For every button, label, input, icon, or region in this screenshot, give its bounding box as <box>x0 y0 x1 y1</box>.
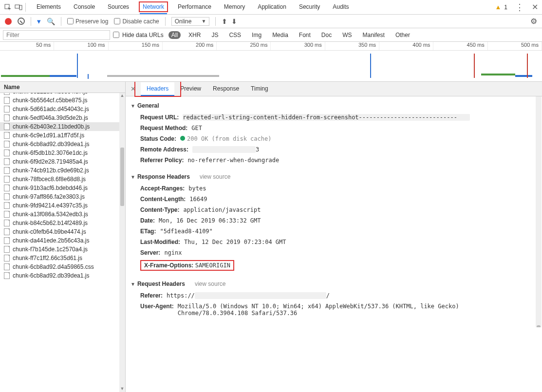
device-toggle-icon[interactable] <box>15 3 22 11</box>
section-general[interactable]: ▼General <box>129 99 542 112</box>
disable-cache-checkbox[interactable] <box>114 18 120 24</box>
throttling-select[interactable]: Online▼ <box>171 17 210 26</box>
filter-type-img[interactable]: Img <box>249 31 264 39</box>
request-filename: chunk-55122d04.d95c4fd7.js <box>13 93 88 95</box>
record-icon[interactable] <box>5 18 12 25</box>
detail-scrollbar[interactable] <box>536 96 542 327</box>
gear-icon[interactable]: ⚙ <box>530 17 537 26</box>
chevron-down-icon: ▼ <box>201 19 206 24</box>
tab-security[interactable]: Security <box>297 0 322 14</box>
request-row[interactable]: chunk-ff7c1ff2.66c35d61.js <box>0 254 119 262</box>
disable-cache-toggle[interactable]: Disable cache <box>114 18 159 25</box>
filter-input[interactable] <box>3 30 110 40</box>
detail-tab-timing[interactable]: Timing <box>245 82 274 96</box>
filter-type-xhr[interactable]: XHR <box>186 31 204 39</box>
remote-address-label: Remote Address: <box>140 146 188 153</box>
filter-type-media[interactable]: Media <box>269 31 291 39</box>
request-row[interactable]: chunk-9fd94214.e4397c35.js <box>0 201 119 210</box>
filter-type-font[interactable]: Font <box>296 31 314 39</box>
request-row[interactable]: chunk-6f5db1b2.3076e1dc.js <box>0 149 119 157</box>
response-header-row: Accept-Ranges:bytes <box>129 183 542 194</box>
tab-elements[interactable]: Elements <box>35 0 63 14</box>
file-icon <box>4 246 10 253</box>
file-icon <box>4 228 10 235</box>
request-row[interactable]: chunk-74cb912b.c9de69b2.js <box>0 166 119 175</box>
tab-memory[interactable]: Memory <box>222 0 247 14</box>
request-row[interactable]: chunk-c0fefb64.b9be4474.js <box>0 227 119 236</box>
filter-type-ws[interactable]: WS <box>339 31 355 39</box>
inspect-icon[interactable] <box>4 3 12 11</box>
request-row[interactable]: chunk-6cb8ad92.db39dea1.js <box>0 140 119 149</box>
request-row[interactable]: chunk-91b3acf6.bdebdd46.js <box>0 184 119 192</box>
filter-type-doc[interactable]: Doc <box>318 31 335 39</box>
request-row[interactable]: chunk-6cb8ad92.db39dea1.js <box>0 271 119 280</box>
detail-tab-response[interactable]: Response <box>207 82 245 96</box>
header-value: application/javascript <box>183 206 261 213</box>
timeline-tick: 250 ms <box>217 42 271 50</box>
requests-list[interactable]: chunk-55122d04.d95c4fd7.jschunk-5b5564cf… <box>0 93 119 392</box>
request-row[interactable]: chunk-5edf046a.39d5de2b.js <box>0 113 119 122</box>
filter-type-other[interactable]: Other <box>392 31 413 39</box>
clear-icon[interactable] <box>18 18 25 25</box>
download-har-icon[interactable]: ⬇︎ <box>231 18 237 25</box>
request-row[interactable]: chunk-62b403e2.11bded0b.js <box>0 122 119 131</box>
request-filename: chunk-c0fefb64.b9be4474.js <box>13 228 86 235</box>
svg-rect-2 <box>19 5 22 10</box>
preserve-log-checkbox[interactable] <box>67 18 74 24</box>
filter-type-manifest[interactable]: Manifest <box>360 31 388 39</box>
filter-type-css[interactable]: CSS <box>226 31 244 39</box>
warning-icon[interactable]: ▲ <box>495 3 501 11</box>
request-row[interactable]: chunk-5d661adc.d454043c.js <box>0 105 119 113</box>
requests-column: Name chunk-55122d04.d95c4fd7.jschunk-5b5… <box>0 82 126 392</box>
preserve-log-toggle[interactable]: Preserve log <box>67 18 108 25</box>
filter-type-all[interactable]: All <box>168 31 181 39</box>
request-row[interactable]: chunk-6f9d2e28.719485a4.js <box>0 157 119 166</box>
response-header-row: Content-Length:16649 <box>129 194 542 205</box>
request-row[interactable]: chunk-b84c5b62.b14f2489.js <box>0 219 119 227</box>
section-response-headers[interactable]: ▼Response Headersview source <box>129 170 542 183</box>
timeline[interactable]: 50 ms100 ms150 ms200 ms250 ms300 ms350 m… <box>0 42 542 82</box>
hide-data-urls-toggle[interactable]: Hide data URLs <box>113 32 167 38</box>
scroll-up-icon[interactable]: ▲ <box>119 93 125 99</box>
request-row[interactable]: chunk-78fbcec8.6f8e68d8.js <box>0 175 119 184</box>
requests-header[interactable]: Name <box>0 82 125 93</box>
file-icon <box>4 255 10 261</box>
tab-console[interactable]: Console <box>72 0 97 14</box>
tab-sources[interactable]: Sources <box>106 0 131 14</box>
warning-count[interactable]: 1 <box>504 4 507 11</box>
request-filename: chunk-97aff866.fa2e3803.js <box>13 193 85 200</box>
section-request-headers[interactable]: ▼Request Headersview source <box>129 278 542 290</box>
timeline-tick: 350 ms <box>325 42 379 50</box>
request-row[interactable]: chunk-a13f086a.5342edb3.js <box>0 210 119 219</box>
request-row[interactable]: chunk-5b5564cf.c5bbe875.js <box>0 96 119 105</box>
request-row[interactable]: chunk-6c9e1d91.a1ff7d5f.js <box>0 131 119 140</box>
request-method-value: GET <box>191 125 202 131</box>
view-source-link[interactable]: view source <box>200 173 230 180</box>
referer-label: Referer: <box>140 292 163 299</box>
request-row[interactable]: chunk-97aff866.fa2e3803.js <box>0 192 119 201</box>
separator <box>31 17 31 26</box>
view-source-link[interactable]: view source <box>195 280 225 287</box>
status-code-value: 200 OK <box>187 135 208 142</box>
requests-scrollbar[interactable]: ▲ ▼ <box>119 93 125 392</box>
tab-performance[interactable]: Performance <box>176 0 213 14</box>
scroll-down-icon[interactable]: ▼ <box>119 386 125 392</box>
request-row[interactable]: chunk-f7b145de.1c2570a4.js <box>0 245 119 254</box>
kebab-menu-icon[interactable]: ⋮ <box>515 2 524 13</box>
network-toolbar: ▾ 🔍 Preserve log Disable cache Online▼ ⬆… <box>0 15 542 28</box>
tab-audits[interactable]: Audits <box>331 0 351 14</box>
filter-type-js[interactable]: JS <box>208 31 221 39</box>
search-icon[interactable]: 🔍 <box>47 18 55 25</box>
request-row[interactable]: chunk-da441ede.2b56c43a.js <box>0 236 119 245</box>
header-value: 16649 <box>189 196 207 203</box>
request-row[interactable]: chunk-6cb8ad92.d4a59865.css <box>0 262 119 271</box>
hide-data-urls-checkbox[interactable] <box>113 32 119 38</box>
tab-application[interactable]: Application <box>256 0 288 14</box>
close-icon[interactable]: ✕ <box>532 2 538 12</box>
filter-icon[interactable]: ▾ <box>37 17 41 26</box>
tab-network[interactable]: Network <box>140 0 167 14</box>
file-icon <box>4 202 10 209</box>
request-filename: chunk-f7b145de.1c2570a4.js <box>13 246 88 253</box>
upload-har-icon[interactable]: ⬆︎ <box>222 18 227 25</box>
headers-panel[interactable]: ▼General Request URL:redacted-url-string… <box>126 96 542 327</box>
